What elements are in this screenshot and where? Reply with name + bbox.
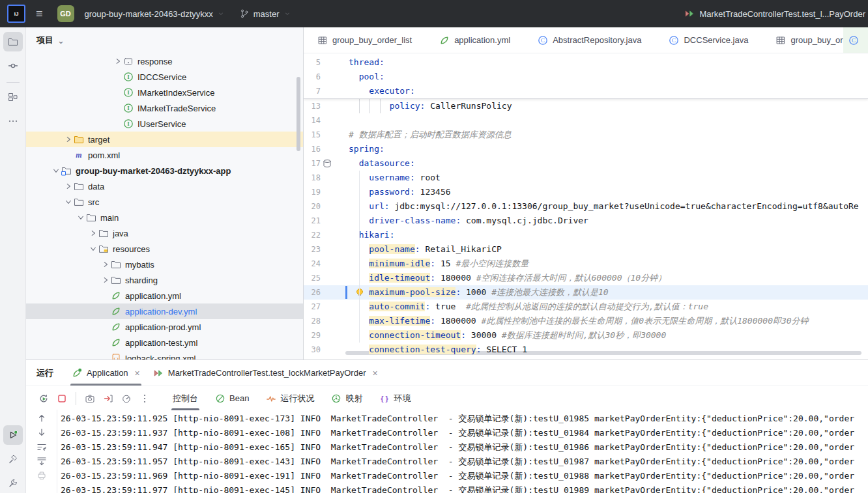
console-scrollend-button[interactable] (33, 456, 50, 466)
tree-item-response[interactable]: response (26, 53, 303, 69)
tree-item-sharding[interactable]: sharding (26, 272, 303, 288)
view-tab-bean[interactable]: Bean (207, 386, 257, 410)
tree-item-application-prod-yml[interactable]: application-prod.yml (26, 319, 303, 335)
main-menu-button[interactable]: ≡ (36, 7, 43, 21)
view-tab-item[interactable]: { }环境 (371, 386, 418, 410)
stripe-more-h-button[interactable] (3, 111, 23, 131)
bean-icon (215, 393, 225, 404)
chevron-right-icon[interactable] (112, 56, 123, 66)
tree-item-logback-spring-xml[interactable]: logback-spring.xml (26, 350, 303, 359)
code-line-29[interactable]: 29 connection-timeout: 30000 #数据库连接超时时间,… (304, 328, 868, 343)
project-panel-header[interactable]: 项目 ⌄ (26, 27, 303, 53)
console-line-1: 26-03-15.23:59:11.937 [http-nio-8091-exe… (61, 426, 868, 440)
chevron-down-icon[interactable] (75, 212, 86, 223)
junit-icon (153, 368, 164, 378)
code-line-28[interactable]: 28 max-lifetime: 1800000 #此属性控制池中连接的最长生命… (304, 314, 868, 328)
code-line-16[interactable]: 16spring: (304, 142, 868, 156)
code-line-22[interactable]: 22 hikari: (304, 228, 868, 242)
stripe-structure-button[interactable] (3, 87, 23, 107)
code-line-5[interactable]: 5thread: (304, 55, 868, 70)
console-softwrap-button[interactable] (33, 442, 50, 452)
chevron-right-icon[interactable] (63, 134, 74, 145)
code-editor[interactable]: 5thread:6 pool:7 executor: 13 policy: Ca… (304, 53, 868, 357)
chevron-right-icon[interactable] (87, 228, 98, 238)
tree-item-iuserservice[interactable]: IIUserService (26, 116, 303, 132)
chevron-down-icon[interactable] (63, 197, 74, 207)
tree-item-imarkettradeservice[interactable]: IIMarketTradeService (26, 100, 303, 116)
code-line-15[interactable]: 15# 数据库配置；启动时配置数据库资源信息 (304, 128, 868, 142)
stripe-wrench-button[interactable] (3, 473, 23, 493)
code-line-14[interactable]: 14 (304, 113, 868, 128)
project-selector[interactable]: group-buy-market-20463-dztyykxx (81, 7, 229, 21)
attach-button[interactable] (100, 386, 117, 410)
gauge-button[interactable] (118, 386, 135, 410)
tree-item-idccservice[interactable]: IIDCCService (26, 69, 303, 85)
run-tab-markettradecontrollertest-test-lockmarketpayorder[interactable]: MarketTradeControllerTest.test_lockMarke… (147, 360, 384, 386)
view-tab-item[interactable]: 映射 (323, 386, 370, 410)
stripe-run-dot-button[interactable] (3, 425, 23, 445)
rerun-button[interactable] (35, 386, 52, 410)
code-line-6[interactable]: 6 pool: (304, 70, 868, 84)
tree-item-imarketindexservice[interactable]: IIMarketIndexService (26, 85, 303, 100)
code-line-27[interactable]: 27 auto-commit: true #此属性控制从池返回的连接的默认自动提… (304, 300, 868, 314)
stripe-hammer-button[interactable] (3, 449, 23, 469)
tree-item-main[interactable]: main (26, 210, 303, 225)
chevron-right-icon[interactable] (63, 181, 74, 191)
interface-icon: I (123, 119, 134, 129)
tree-item-group-buy-market-20463-dztyykxx-app[interactable]: group-buy-market-20463-dztyykxx-app (26, 163, 303, 178)
tree-scrollbar[interactable] (297, 77, 300, 151)
tree-item-application-dev-yml[interactable]: application-dev.yml (26, 303, 303, 319)
folder-icon (74, 197, 84, 207)
code-line-18[interactable]: 18 username: root (304, 171, 868, 185)
tree-item-data[interactable]: data (26, 178, 303, 194)
tree-item-src[interactable]: src (26, 194, 303, 210)
stripe-commit-button[interactable] (3, 56, 23, 76)
sticky-lines: 5thread:6 pool:7 executor: (304, 53, 868, 99)
console-up-button[interactable] (33, 413, 50, 423)
editor-tab-partial[interactable]: C (843, 27, 868, 53)
code-line-25[interactable]: 25 idle-timeout: 180000 #空闲连接存活最大时间，默认60… (304, 271, 868, 285)
code-line-24[interactable]: 24 minimum-idle: 15 #最小空闲连接数量 (304, 257, 868, 271)
run-tab-application[interactable]: Application× (65, 360, 147, 386)
tree-item-resources[interactable]: resources (26, 241, 303, 257)
stripe-folder-button[interactable] (3, 32, 23, 51)
branch-selector[interactable]: master (235, 6, 295, 21)
code-line-26[interactable]: 26 maximum-pool-size: 1000 #连接池最大连接数，默认是… (304, 285, 868, 300)
code-line-17[interactable]: 17 datasource: (304, 156, 868, 171)
editor-tab-abstractrepository-java[interactable]: CAbstractRepository.java (524, 27, 655, 53)
indent-guide (359, 171, 360, 343)
stop-button[interactable] (53, 386, 70, 410)
view-tab-item[interactable]: 控制台 (165, 386, 206, 410)
tree-item-mybatis[interactable]: mybatis (26, 257, 303, 272)
editor-tab-application-yml[interactable]: application.yml (426, 27, 524, 53)
code-body[interactable]: 13 policy: CallerRunsPolicy1415# 数据库配置；启… (304, 99, 868, 357)
chevron-right-icon[interactable] (100, 259, 111, 270)
console-output[interactable]: 26-03-15.23:59:11.925 [http-nio-8091-exe… (61, 412, 868, 493)
vcs-change-marker (345, 286, 347, 299)
code-line-7[interactable]: 7 executor: (304, 84, 868, 98)
tree-item-application-yml[interactable]: application.yml (26, 288, 303, 303)
close-icon[interactable]: × (135, 368, 140, 378)
close-icon[interactable]: × (372, 368, 377, 378)
chevron-down-icon[interactable] (87, 244, 98, 254)
code-line-21[interactable]: 21 driver-class-name: com.mysql.cj.jdbc.… (304, 214, 868, 228)
view-tab-item[interactable]: 运行状况 (258, 386, 322, 410)
tree-item-java[interactable]: java (26, 225, 303, 241)
tree-item-application-test-yml[interactable]: application-test.yml (26, 335, 303, 350)
more-v-button[interactable] (136, 386, 153, 410)
chevron-right-icon[interactable] (100, 275, 111, 285)
chevron-down-icon[interactable] (50, 165, 61, 176)
code-line-20[interactable]: 20 url: jdbc:mysql://127.0.0.1:13306/gro… (304, 199, 868, 214)
code-line-13[interactable]: 13 policy: CallerRunsPolicy (304, 99, 868, 113)
console-print-button[interactable] (33, 470, 50, 481)
console-down-button[interactable] (33, 427, 50, 438)
code-line-23[interactable]: 23 pool-name: Retail_HikariCP (304, 242, 868, 257)
tree-item-pom-xml[interactable]: mpom.xml (26, 147, 303, 163)
code-line-30[interactable]: 30 connection-test-query: SELECT 1 (304, 343, 868, 357)
code-line-19[interactable]: 19 password: 123456 (304, 185, 868, 199)
editor-tab-group-buy-order-list[interactable]: group_buy_order_list (304, 27, 426, 53)
camera-button[interactable] (81, 386, 98, 410)
editor-tab-dccservice-java[interactable]: CDCCService.java (655, 27, 762, 53)
tree-item-target[interactable]: target (26, 132, 303, 147)
run-configuration-selector[interactable]: MarketTradeControllerTest.test_l...PayOr… (684, 8, 868, 19)
